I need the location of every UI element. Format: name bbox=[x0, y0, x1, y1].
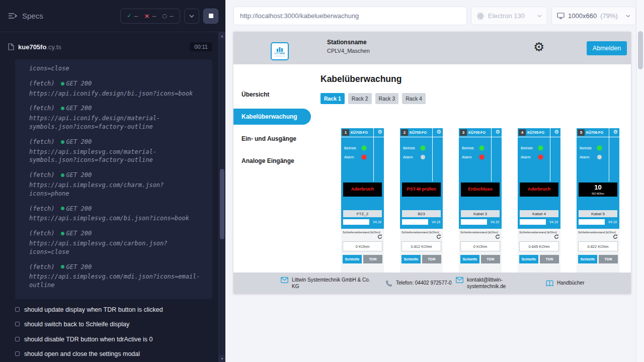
measure-label: Schleifenwiderstand [kOhm] bbox=[578, 231, 618, 234]
betrieb-label: Betrieb bbox=[403, 146, 415, 150]
rack-tab[interactable]: Rack 1 bbox=[320, 93, 345, 104]
app-body: Übersicht Kabelüberwachung Ein- und Ausg… bbox=[233, 64, 631, 294]
stop-button[interactable] bbox=[203, 9, 218, 24]
specs-menu-icon[interactable] bbox=[8, 13, 17, 19]
schleife-button[interactable]: Schleife bbox=[401, 255, 421, 263]
rack-tab-label: Rack 2 bbox=[352, 96, 368, 102]
url-input[interactable] bbox=[240, 12, 460, 20]
stat-pending: ○-- bbox=[162, 13, 174, 20]
status-display: Aderbruch bbox=[520, 183, 558, 197]
log-status-code: GET 200 bbox=[66, 104, 92, 113]
tdr-button[interactable]: TDR bbox=[481, 255, 500, 263]
status-text: Aderbruch bbox=[528, 187, 551, 192]
log-line-partial[interactable]: icons=close bbox=[29, 64, 202, 73]
test-title[interactable]: should update display when TDR button is… bbox=[15, 306, 212, 313]
fetch-log-entry[interactable]: (fetch) GET 200 https://api.iconify.desi… bbox=[29, 79, 202, 98]
refresh-icon[interactable] bbox=[519, 234, 559, 240]
sidebar-item[interactable]: Analoge Eingänge bbox=[233, 150, 312, 172]
main-content: Kabelüberwachung Rack 1 Rack 2 Rack 3 bbox=[312, 64, 631, 294]
sidebar-item[interactable]: Ein- und Ausgänge bbox=[233, 128, 312, 150]
status-unit: ISO MOhm bbox=[592, 192, 604, 195]
card-gear-icon[interactable]: ⚙ bbox=[495, 129, 500, 135]
version-row: V4.19 bbox=[343, 219, 382, 225]
card-gear-icon[interactable]: ⚙ bbox=[377, 129, 382, 135]
refresh-icon[interactable] bbox=[460, 234, 500, 240]
test-title[interactable]: should switch back to Schleife display bbox=[15, 321, 212, 328]
scroll-down-icon[interactable]: ▼ bbox=[219, 355, 225, 362]
fetch-log-entry[interactable]: (fetch) GET 200 https://api.iconify.desi… bbox=[29, 104, 202, 131]
device-model: KÜ706-FO bbox=[586, 131, 603, 134]
refresh-icon[interactable] bbox=[578, 234, 618, 240]
tdr-button[interactable]: TDR bbox=[599, 255, 618, 263]
fetch-log-entry[interactable]: (fetch) GET 200 https://api.simplesvg.co… bbox=[29, 171, 202, 198]
logout-button[interactable]: Abmelden bbox=[587, 41, 627, 55]
runner-controls: ✓-- ×-- ○-- bbox=[120, 9, 218, 24]
reporter-scrollbar-thumb[interactable] bbox=[220, 169, 224, 239]
settings-gear-icon[interactable]: ⚙ bbox=[533, 41, 544, 53]
alarm-led bbox=[538, 155, 543, 159]
viewport-select[interactable]: 1000x660 (79%) bbox=[551, 7, 636, 25]
card-gear-icon[interactable]: ⚙ bbox=[436, 129, 441, 135]
card-header: 5 KÜ706-FO ⚙ bbox=[577, 128, 619, 137]
status-display: 10 ISO MOhm bbox=[579, 183, 617, 197]
fetch-log-entry[interactable]: (fetch) GET 200 https://api.simplesvg.co… bbox=[29, 138, 202, 164]
fetch-log-entry[interactable]: (fetch) GET 200 https://api.simplesvg.co… bbox=[29, 263, 202, 290]
betrieb-row: Betrieb bbox=[403, 145, 425, 151]
rack-tab[interactable]: Rack 2 bbox=[348, 93, 372, 104]
test-stats[interactable]: ✓-- ×-- ○-- bbox=[120, 9, 180, 24]
test-title[interactable]: should open and close the settings modal bbox=[15, 350, 212, 357]
tdr-button[interactable]: TDR bbox=[422, 255, 441, 263]
sidebar-item[interactable]: Übersicht bbox=[233, 83, 312, 106]
card-header: 4 KÜ705-FO ⚙ bbox=[518, 128, 560, 137]
rack-tab[interactable]: Rack 3 bbox=[375, 93, 399, 104]
station-info: Stationsname CPLV4_Maschen bbox=[327, 39, 370, 54]
tdr-button[interactable]: TDR bbox=[363, 255, 382, 263]
status-ok-dot bbox=[61, 173, 64, 177]
collapse-button[interactable] bbox=[184, 9, 199, 24]
book-icon bbox=[546, 280, 553, 287]
log-method: (fetch) bbox=[29, 138, 55, 146]
mode-buttons: Schleife TDR bbox=[519, 255, 559, 263]
page-scrollbar-thumb[interactable] bbox=[638, 31, 643, 69]
refresh-icon[interactable] bbox=[343, 234, 382, 240]
spec-name[interactable]: kue705fo.cy.ts bbox=[18, 43, 61, 51]
circle-icon: ○ bbox=[162, 13, 167, 19]
blank-field bbox=[461, 219, 487, 225]
sidebar-item[interactable]: Kabelüberwachung bbox=[233, 109, 311, 125]
test-state-icon bbox=[15, 337, 20, 341]
browser-select[interactable]: Electron 130 bbox=[471, 7, 547, 25]
refresh-icon[interactable] bbox=[401, 234, 441, 240]
card-gear-icon[interactable]: ⚙ bbox=[554, 129, 559, 135]
littwin-logo: LITTWIN SYSTEMTECHNIK bbox=[271, 42, 289, 60]
test-title[interactable]: should disable TDR button when tdrActive… bbox=[15, 336, 212, 343]
device-card: 5 KÜ706-FO ⚙ Betrieb Alarm bbox=[577, 128, 619, 279]
rack-tab[interactable]: Rack 4 bbox=[402, 93, 426, 104]
mail-icon bbox=[456, 277, 463, 283]
footer-manuals[interactable]: Handbücher bbox=[546, 280, 584, 287]
alarm-label: Alarm bbox=[580, 155, 590, 159]
specs-title[interactable]: Specs bbox=[22, 12, 43, 20]
slot-number: 3 bbox=[460, 129, 467, 136]
schleife-button[interactable]: Schleife bbox=[343, 255, 362, 263]
status-ok-dot bbox=[61, 265, 64, 268]
tdr-button[interactable]: TDR bbox=[540, 255, 559, 263]
reporter-scrollbar[interactable]: ▲ ▼ bbox=[218, 32, 225, 362]
runner-header: Specs ✓-- ×-- ○-- bbox=[0, 0, 225, 32]
card-header: 2 KÜ705-FO ⚙ bbox=[400, 128, 443, 137]
schleife-button[interactable]: Schleife bbox=[578, 255, 597, 263]
passed-count: -- bbox=[134, 13, 138, 20]
card-gear-icon[interactable]: ⚙ bbox=[613, 129, 618, 135]
measure-panel: Schleifenwiderstand [kOhm] 0.812 KOhm Sc… bbox=[400, 229, 443, 279]
blank-field bbox=[520, 219, 546, 225]
url-bar[interactable] bbox=[233, 7, 467, 25]
betrieb-led bbox=[362, 146, 366, 150]
page-scrollbar[interactable] bbox=[636, 0, 644, 362]
betrieb-row: Betrieb bbox=[580, 145, 602, 151]
schleife-button[interactable]: Schleife bbox=[460, 255, 479, 263]
schleife-button[interactable]: Schleife bbox=[519, 255, 538, 263]
station-label: Stationsname bbox=[327, 39, 370, 46]
fetch-log-entry[interactable]: (fetch) GET 200 https://api.simplesvg.co… bbox=[29, 205, 202, 223]
scroll-up-icon[interactable]: ▲ bbox=[219, 32, 225, 39]
fetch-log-entry[interactable]: (fetch) GET 200 https://api.simplesvg.co… bbox=[29, 229, 202, 256]
log-url: https://api.simplesvg.com/carbon.json?ic… bbox=[29, 239, 202, 256]
